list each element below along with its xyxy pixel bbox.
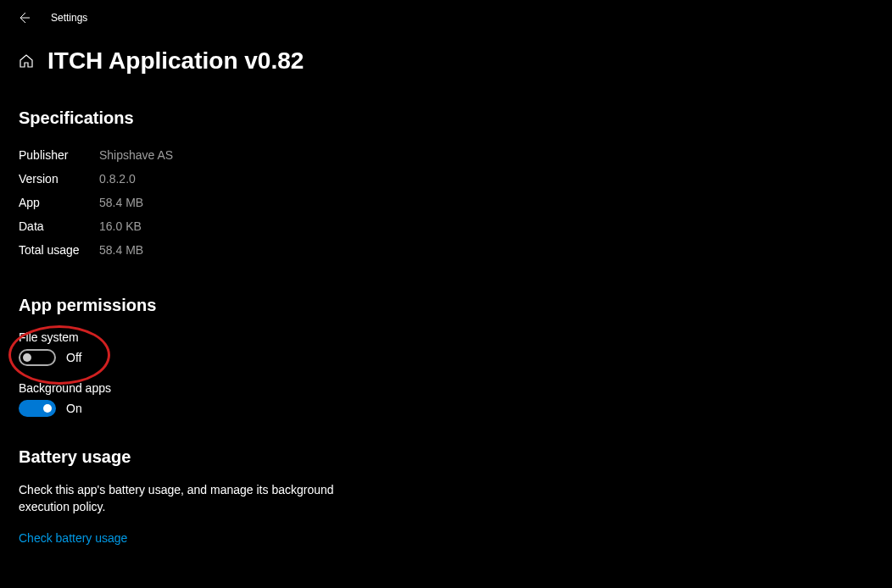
spec-row-data: Data 16.0 KB — [19, 214, 873, 238]
title-row: ITCH Application v0.82 — [19, 47, 873, 75]
home-icon[interactable] — [19, 53, 34, 69]
background-apps-toggle-row: On — [19, 400, 873, 417]
spec-row-app: App 58.4 MB — [19, 191, 873, 214]
battery-description: Check this app's battery usage, and mana… — [19, 482, 375, 515]
spec-value: 58.4 MB — [99, 196, 143, 209]
page-title: ITCH Application v0.82 — [47, 47, 304, 75]
page-content: ITCH Application v0.82 Specifications Pu… — [0, 36, 892, 574]
spec-value: 0.8.2.0 — [99, 172, 136, 186]
spec-label: Version — [19, 172, 99, 186]
battery-section: Battery usage Check this app's battery u… — [19, 447, 873, 546]
background-apps-label: Background apps — [19, 381, 873, 395]
permissions-heading: App permissions — [19, 296, 873, 315]
spec-value: 16.0 KB — [99, 219, 142, 233]
file-system-status: Off — [66, 351, 81, 364]
background-apps-status: On — [66, 402, 82, 415]
spec-label: Data — [19, 219, 99, 233]
specifications-heading: Specifications — [19, 108, 873, 128]
file-system-toggle[interactable] — [19, 349, 56, 366]
spec-row-total-usage: Total usage 58.4 MB — [19, 238, 873, 262]
spec-label: Publisher — [19, 148, 99, 162]
check-battery-usage-link[interactable]: Check battery usage — [19, 531, 127, 545]
spec-label: Total usage — [19, 243, 99, 257]
spec-row-version: Version 0.8.2.0 — [19, 167, 873, 191]
spec-label: App — [19, 196, 99, 209]
permissions-section: App permissions File system Off Backgrou… — [19, 296, 873, 417]
specifications-section: Specifications Publisher Shipshave AS Ve… — [19, 108, 873, 262]
header-title: Settings — [51, 12, 87, 24]
file-system-toggle-row: Off — [19, 349, 873, 366]
file-system-label: File system — [19, 330, 873, 344]
background-apps-toggle[interactable] — [19, 400, 56, 417]
back-arrow-icon[interactable] — [17, 11, 31, 25]
spec-row-publisher: Publisher Shipshave AS — [19, 143, 873, 167]
header-bar: Settings — [0, 0, 892, 36]
spec-value: Shipshave AS — [99, 148, 173, 162]
permission-background-apps: Background apps On — [19, 381, 873, 417]
spec-value: 58.4 MB — [99, 243, 143, 257]
permission-file-system: File system Off — [19, 330, 873, 366]
specifications-table: Publisher Shipshave AS Version 0.8.2.0 A… — [19, 143, 873, 262]
battery-heading: Battery usage — [19, 447, 873, 467]
